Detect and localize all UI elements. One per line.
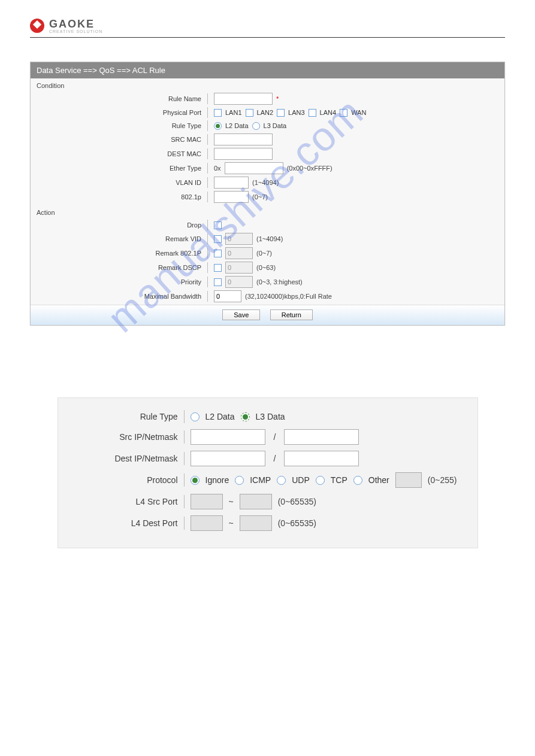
drop-checkbox[interactable] — [214, 221, 222, 229]
drop-label: Drop — [31, 221, 207, 229]
l4-dest-from-input[interactable] — [191, 515, 223, 531]
protocol-udp-radio[interactable] — [277, 476, 286, 485]
wan-label: WAN — [351, 109, 366, 116]
protocol-other-radio[interactable] — [353, 476, 362, 485]
l4-src-from-input[interactable] — [191, 494, 223, 509]
remark-vid-hint: (1~4094) — [256, 235, 283, 242]
priority-label: Priority — [31, 278, 207, 286]
l4-dest-hint: (0~65535) — [278, 518, 316, 528]
lan4-label: LAN4 — [320, 109, 337, 116]
src-netmask-input[interactable] — [284, 429, 359, 445]
divider — [184, 495, 185, 508]
lan2-label: LAN2 — [257, 109, 274, 116]
remark-8021p-checkbox[interactable] — [214, 250, 222, 257]
required-mark: * — [276, 95, 279, 102]
remark-8021p-label: Remark 802.1P — [31, 250, 207, 257]
l4-dest-label: L4 Dest Port — [58, 518, 184, 528]
priority-checkbox[interactable] — [214, 278, 222, 286]
divider — [207, 277, 208, 287]
remark-dscp-checkbox[interactable] — [214, 264, 222, 272]
l2-data-label-2: L2 Data — [205, 412, 235, 421]
l2-data-label: L2 Data — [225, 122, 249, 129]
l2-data-radio-2[interactable] — [191, 412, 200, 421]
wan-checkbox[interactable] — [340, 109, 347, 117]
protocol-other-label: Other — [368, 475, 389, 485]
slash: / — [274, 454, 276, 463]
tilde: ~ — [229, 518, 234, 528]
lan1-checkbox[interactable] — [214, 109, 222, 117]
divider — [207, 233, 208, 244]
tilde: ~ — [229, 497, 234, 506]
lan3-label: LAN3 — [288, 109, 305, 116]
rule-type-label-2: Rule Type — [58, 412, 184, 421]
ether-type-input[interactable] — [225, 162, 283, 174]
dest-ip-input[interactable] — [191, 451, 265, 466]
panel-breadcrumb: Data Service ==> QoS ==> ACL Rule — [31, 62, 504, 78]
l3-data-radio-2[interactable] — [241, 412, 250, 421]
dest-netmask-input[interactable] — [284, 451, 359, 466]
priority-input[interactable] — [225, 276, 253, 288]
divider — [184, 430, 185, 444]
save-button[interactable]: Save — [222, 309, 260, 320]
src-mac-label: SRC MAC — [31, 136, 207, 143]
l4-dest-to-input[interactable] — [240, 515, 272, 531]
rule-name-input[interactable] — [214, 93, 273, 105]
dest-ip-label: Dest IP/Netmask — [58, 454, 184, 463]
remark-vid-input[interactable] — [225, 233, 253, 245]
vlan-id-label: VLAN ID — [31, 179, 207, 186]
logo-icon — [30, 19, 44, 33]
remark-8021p-input[interactable] — [225, 247, 253, 259]
remark-8021p-hint: (0~7) — [256, 250, 272, 257]
page-header: GAOKE CREATIVE SOLUTION — [30, 18, 505, 38]
divider — [207, 262, 208, 273]
src-mac-input[interactable] — [214, 133, 273, 145]
remark-vid-label: Remark VID — [31, 235, 207, 242]
lan3-checkbox[interactable] — [277, 109, 285, 117]
8021p-input[interactable] — [214, 191, 249, 203]
vlan-id-input[interactable] — [214, 177, 249, 189]
physical-port-label: Physical Port — [31, 109, 207, 116]
src-ip-input[interactable] — [191, 429, 265, 445]
l2-data-radio[interactable] — [214, 122, 222, 130]
lan4-checkbox[interactable] — [309, 109, 316, 117]
divider — [184, 410, 185, 423]
protocol-ignore-radio[interactable] — [191, 476, 200, 485]
condition-section-label: Condition — [31, 78, 504, 90]
return-button[interactable]: Return — [270, 309, 313, 320]
l3-condition-panel: Rule Type L2 Data L3 Data Src IP/Netmask… — [58, 397, 478, 548]
divider — [207, 107, 208, 118]
lan2-checkbox[interactable] — [246, 109, 253, 117]
divider — [207, 177, 208, 188]
l3-data-radio[interactable] — [252, 122, 260, 130]
divider — [207, 291, 208, 302]
action-section-label: Action — [31, 205, 504, 217]
protocol-udp-label: UDP — [292, 475, 310, 485]
8021p-hint: (0~7) — [252, 193, 268, 201]
protocol-icmp-radio[interactable] — [235, 476, 244, 485]
remark-dscp-input[interactable] — [225, 262, 253, 274]
protocol-tcp-radio[interactable] — [316, 476, 325, 485]
divider — [207, 93, 208, 104]
protocol-other-hint: (0~255) — [428, 475, 457, 485]
divider — [207, 134, 208, 145]
protocol-other-input[interactable] — [395, 472, 422, 488]
8021p-label: 802.1p — [31, 193, 207, 201]
remark-vid-checkbox[interactable] — [214, 235, 222, 243]
src-ip-label: Src IP/Netmask — [58, 432, 184, 442]
max-bw-hint: (32,1024000)kbps,0:Full Rate — [245, 293, 332, 300]
max-bw-input[interactable] — [214, 290, 241, 302]
l4-src-label: L4 Src Port — [58, 497, 184, 506]
dest-mac-input[interactable] — [214, 148, 273, 160]
divider — [184, 517, 185, 530]
ether-type-label: Ether Type — [31, 165, 207, 172]
rule-type-label: Rule Type — [31, 122, 207, 129]
divider — [207, 220, 208, 230]
l3-data-label: L3 Data — [264, 122, 287, 129]
acl-rule-panel: Data Service ==> QoS ==> ACL Rule Condit… — [30, 62, 505, 326]
protocol-ignore-label: Ignore — [205, 475, 229, 485]
l4-src-to-input[interactable] — [240, 494, 272, 509]
protocol-icmp-label: ICMP — [250, 475, 271, 485]
lan1-label: LAN1 — [225, 109, 242, 116]
button-bar: Save Return — [31, 305, 504, 325]
dest-mac-label: DEST MAC — [31, 150, 207, 157]
